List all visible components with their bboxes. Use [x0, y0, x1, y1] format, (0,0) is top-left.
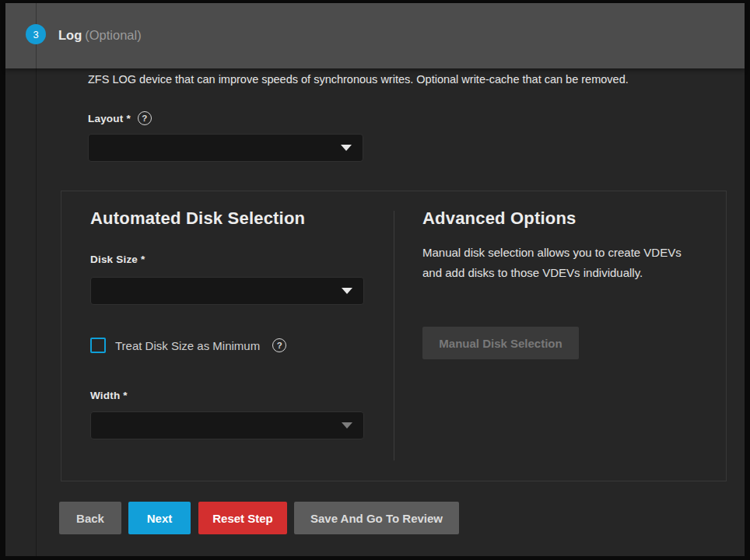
treat-min-checkbox[interactable] — [90, 338, 106, 353]
advanced-options-title: Advanced Options — [422, 208, 577, 229]
disk-size-select[interactable] — [90, 277, 364, 305]
help-icon[interactable]: ? — [138, 111, 152, 125]
step-description: ZFS LOG device that can improve speeds o… — [88, 73, 679, 86]
chevron-down-icon — [342, 422, 352, 429]
wizard-step-panel: 3 Log(Optional) ZFS LOG device that can … — [5, 3, 745, 556]
width-label: Width * — [90, 390, 128, 401]
card-column-divider — [394, 211, 394, 460]
width-label-row: Width * — [90, 390, 128, 401]
back-button[interactable]: Back — [59, 502, 121, 534]
step-number-badge[interactable]: 3 — [26, 24, 46, 44]
next-button[interactable]: Next — [128, 502, 191, 534]
layout-select[interactable] — [88, 134, 363, 162]
step-optional-label: (Optional) — [85, 28, 141, 42]
help-icon[interactable]: ? — [272, 338, 286, 352]
stepper-connector-line — [36, 3, 37, 556]
save-and-go-to-review-button[interactable]: Save And Go To Review — [294, 502, 459, 534]
layout-label: Layout * — [88, 113, 131, 124]
advanced-options-description: Manual disk selection allows you to crea… — [422, 243, 696, 283]
pool-wizard-screen: 3 Log(Optional) ZFS LOG device that can … — [0, 0, 750, 560]
disk-size-label-row: Disk Size * — [90, 254, 145, 265]
treat-min-row: Treat Disk Size as Minimum ? — [90, 338, 286, 353]
step-title: Log(Optional) — [58, 28, 142, 43]
chevron-down-icon — [342, 288, 352, 294]
disk-size-label: Disk Size * — [90, 254, 145, 265]
chevron-down-icon — [341, 145, 352, 151]
manual-disk-selection-button[interactable]: Manual Disk Selection — [422, 327, 579, 359]
step-number: 3 — [33, 29, 38, 40]
treat-min-label[interactable]: Treat Disk Size as Minimum — [115, 339, 260, 352]
width-select[interactable] — [90, 411, 364, 439]
step-title-text: Log — [58, 28, 82, 42]
layout-field-label-row: Layout * ? — [88, 111, 152, 125]
disk-selection-card: Automated Disk Selection Disk Size * Tre… — [61, 191, 727, 481]
reset-step-button[interactable]: Reset Step — [198, 502, 287, 534]
automated-disk-selection-title: Automated Disk Selection — [90, 208, 305, 229]
